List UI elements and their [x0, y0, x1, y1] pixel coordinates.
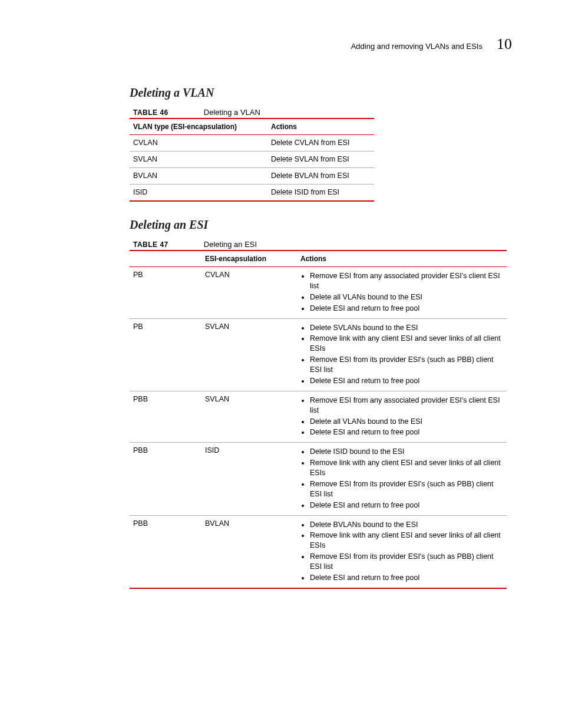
list-item: Delete ISID bound to the ESI — [310, 446, 503, 457]
table-row: PBBBVLANDelete BVLANs bound to the ESIRe… — [130, 515, 507, 588]
table46-label: TABLE 46 — [133, 108, 168, 117]
table47-cell-encapsulation: BVLAN — [201, 515, 297, 588]
table47-cell-actions: Delete ISID bound to the ESIRemove link … — [297, 443, 507, 515]
list-item: Delete ESI and return to free pool — [310, 500, 503, 511]
action-list: Delete BVLANs bound to the ESIRemove lin… — [300, 519, 503, 584]
table-row: SVLANDelete SVLAN from ESI — [130, 151, 374, 168]
table-row: CVLANDelete CVLAN from ESI — [130, 135, 374, 151]
list-item: Delete SVLANs bound to the ESI — [310, 322, 503, 334]
table47-cell-actions: Remove ESI from any associated provider … — [297, 267, 507, 319]
table47-cell-actions: Delete SVLANs bound to the ESIRemove lin… — [297, 318, 507, 391]
page-header: Adding and removing VLANs and ESIs 10 — [130, 35, 512, 53]
table-row: BVLANDelete BVLAN from ESI — [130, 168, 374, 185]
action-list: Delete ISID bound to the ESIRemove link … — [300, 446, 503, 510]
list-item: Delete BVLANs bound to the ESI — [310, 519, 503, 531]
section-heading-deleting-vlan: Deleting a VLAN — [130, 86, 512, 100]
list-item: Delete all VLANs bound to the ESI — [310, 416, 503, 427]
page-content: Adding and removing VLANs and ESIs 10 De… — [0, 0, 562, 641]
table47-cell-actions: Remove ESI from any associated provider … — [297, 391, 507, 443]
chapter-number: 10 — [497, 35, 512, 53]
table46-cell-type: SVLAN — [130, 151, 267, 168]
list-item: Delete ESI and return to free pool — [310, 303, 503, 314]
table47-cell-encapsulation: CVLAN — [201, 267, 297, 319]
list-item: Remove ESI from its provider ESI's (such… — [310, 479, 503, 500]
table47-label: TABLE 47 — [133, 241, 168, 249]
table47-caption: TABLE 47 Deleting an ESI — [130, 240, 512, 249]
table47-cell-type: PB — [130, 318, 201, 391]
table-row: PBBSVLANRemove ESI from any associated p… — [130, 391, 507, 443]
list-item: Delete ESI and return to free pool — [310, 572, 503, 584]
list-item: Remove ESI from its provider ESI's (such… — [310, 551, 503, 572]
table47-header-c1 — [130, 251, 201, 267]
table-row: ISIDDelete ISID from ESI — [130, 185, 374, 202]
table47-cell-encapsulation: SVLAN — [201, 318, 297, 391]
table47-cell-encapsulation: SVLAN — [201, 391, 297, 443]
table46-caption: TABLE 46 Deleting a VLAN — [130, 108, 512, 117]
list-item: Remove link with any client ESI and seve… — [310, 530, 503, 551]
table46-title: Deleting a VLAN — [204, 108, 260, 117]
table47-header-c2: ESI-encapsulation — [201, 251, 297, 267]
table46-cell-type: ISID — [130, 185, 267, 202]
table-47: ESI-encapsulation Actions PBCVLANRemove … — [130, 250, 507, 589]
table46-cell-action: Delete SVLAN from ESI — [267, 151, 374, 168]
table-row: PBCVLANRemove ESI from any associated pr… — [130, 267, 507, 319]
list-item: Remove ESI from its provider ESI's (such… — [310, 354, 503, 375]
list-item: Delete all VLANs bound to the ESI — [310, 292, 503, 303]
table46-cell-type: CVLAN — [130, 135, 267, 151]
action-list: Remove ESI from any associated provider … — [300, 271, 503, 314]
table-row: PBSVLANDelete SVLANs bound to the ESIRem… — [130, 318, 507, 391]
table46-cell-type: BVLAN — [130, 168, 267, 185]
table47-cell-type: PBB — [130, 443, 201, 515]
table-row: PBBISIDDelete ISID bound to the ESIRemov… — [130, 443, 507, 515]
table-46: VLAN type (ESI-encapsulation) Actions CV… — [130, 118, 374, 202]
list-item: Delete ESI and return to free pool — [310, 375, 503, 387]
table46-cell-action: Delete BVLAN from ESI — [267, 168, 374, 185]
table46-header-c1: VLAN type (ESI-encapsulation) — [130, 118, 267, 135]
table47-title: Deleting an ESI — [204, 240, 257, 249]
section-heading-deleting-esi: Deleting an ESI — [130, 218, 512, 232]
list-item: Delete ESI and return to free pool — [310, 427, 503, 438]
list-item: Remove ESI from any associated provider … — [310, 271, 503, 292]
table47-cell-type: PBB — [130, 391, 201, 443]
table46-cell-action: Delete CVLAN from ESI — [267, 135, 374, 151]
table47-cell-encapsulation: ISID — [201, 443, 297, 515]
list-item: Remove link with any client ESI and seve… — [310, 333, 503, 354]
list-item: Remove link with any client ESI and seve… — [310, 457, 503, 479]
list-item: Remove ESI from any associated provider … — [310, 395, 503, 416]
action-list: Delete SVLANs bound to the ESIRemove lin… — [300, 322, 503, 387]
table47-cell-type: PBB — [130, 515, 201, 588]
table47-cell-type: PB — [130, 267, 201, 319]
table46-header-c2: Actions — [267, 118, 374, 135]
table47-cell-actions: Delete BVLANs bound to the ESIRemove lin… — [297, 515, 507, 588]
header-breadcrumb: Adding and removing VLANs and ESIs — [351, 42, 482, 51]
action-list: Remove ESI from any associated provider … — [300, 395, 503, 439]
table46-cell-action: Delete ISID from ESI — [267, 185, 374, 202]
table47-header-c3: Actions — [297, 251, 507, 267]
